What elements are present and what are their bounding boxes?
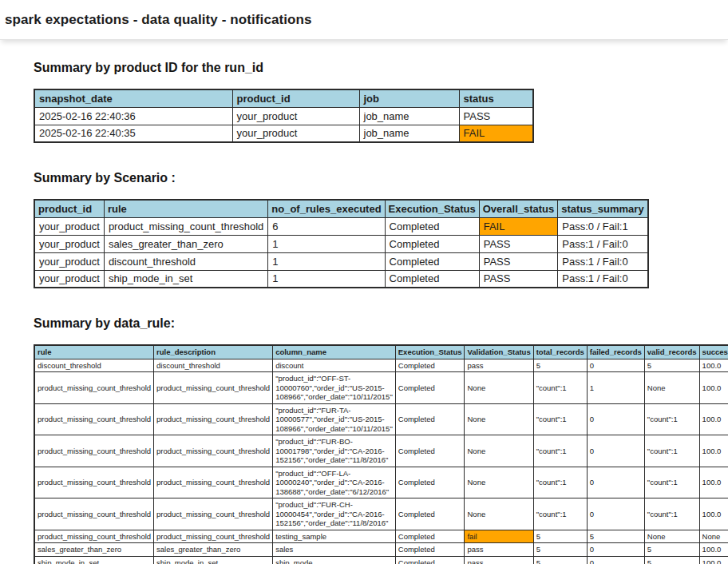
column-header: rule xyxy=(34,345,154,359)
table-cell: product_missing_count_threshold xyxy=(154,372,273,404)
table-cell: sales_greater_than_zero xyxy=(34,543,154,557)
table-cell: "product_id":"OFF-ST-10000760","order_id… xyxy=(273,372,396,404)
data-rule-summary-heading: Summary by data_rule: xyxy=(34,316,728,331)
table-cell: FAIL xyxy=(479,217,558,235)
table-cell: product_missing_count_threshold xyxy=(154,498,273,530)
table-cell: testing_sample xyxy=(273,530,396,543)
table-cell: 0 xyxy=(587,543,644,557)
table-cell: PASS xyxy=(479,252,558,270)
content: Summary by product ID for the run_id sna… xyxy=(0,40,728,564)
table-cell: Completed xyxy=(395,403,465,435)
column-header: Overall_status xyxy=(479,200,558,217)
table-cell: Completed xyxy=(395,372,465,404)
table-cell: 5 xyxy=(533,359,587,372)
column-header: product_id xyxy=(232,89,359,107)
table-cell: 5 xyxy=(533,530,587,543)
column-header: rule xyxy=(104,200,267,217)
table-cell: "count":1 xyxy=(533,467,587,498)
table-cell: 5 xyxy=(533,543,587,557)
table-row: your_productproduct_missing_count_thresh… xyxy=(34,217,648,235)
scenario-summary-heading: Summary by Scenario : xyxy=(34,170,728,185)
table-cell: FAIL xyxy=(459,125,533,142)
table-cell: None xyxy=(644,530,699,543)
column-header: status_summary xyxy=(558,200,648,217)
table-cell: product_missing_count_threshold xyxy=(154,530,273,543)
table-row: 2025-02-16 22:40:35your_productjob_nameF… xyxy=(34,125,533,142)
section-product-id-summary: Summary by product ID for the run_id sna… xyxy=(34,60,728,143)
table-cell: None xyxy=(699,530,728,543)
table-cell: None xyxy=(465,435,533,467)
table-cell: Pass:1 / Fail:0 xyxy=(558,235,648,252)
section-data-rule-summary: Summary by data_rule: rulerule_descripti… xyxy=(34,316,728,564)
table-cell: sales_greater_than_zero xyxy=(104,235,267,252)
table-cell: Completed xyxy=(385,270,479,288)
table-row: your_productship_mode_in_set1CompletedPA… xyxy=(34,270,648,288)
product-id-summary-heading: Summary by product ID for the run_id xyxy=(34,60,728,75)
table-cell: Completed xyxy=(395,359,465,372)
table-cell: None xyxy=(465,467,533,498)
table-cell: "count":1 xyxy=(533,403,587,435)
table-row: product_missing_count_thresholdproduct_m… xyxy=(34,372,728,404)
table-cell: Completed xyxy=(395,530,465,543)
table-cell: 100.0 xyxy=(699,372,728,404)
table-cell: 1 xyxy=(268,252,385,270)
table-cell: pass xyxy=(465,556,533,564)
table-cell: "product_id":"OFF-LA-10000240","order_id… xyxy=(273,467,396,498)
table-cell: 2025-02-16 22:40:36 xyxy=(34,107,232,125)
table-cell: "product_id":"FUR-CH-10000454","order_id… xyxy=(273,498,396,530)
table-header-row: product_idruleno_of_rules_executedExecut… xyxy=(34,200,648,217)
table-cell: None xyxy=(644,372,699,404)
table-cell: 5 xyxy=(644,556,699,564)
table-row: product_missing_count_thresholdproduct_m… xyxy=(34,435,728,467)
table-cell: your_product xyxy=(34,270,104,288)
table-row: product_missing_count_thresholdproduct_m… xyxy=(34,498,728,530)
table-cell: product_missing_count_threshold xyxy=(34,467,154,498)
product-id-summary-table: snapshot_dateproduct_idjobstatus2025-02-… xyxy=(34,89,534,143)
table-cell: 5 xyxy=(644,359,699,372)
table-cell: discount xyxy=(273,359,396,372)
table-header-row: snapshot_dateproduct_idjobstatus xyxy=(34,89,533,107)
scenario-summary-table: product_idruleno_of_rules_executedExecut… xyxy=(34,199,649,288)
table-cell: Completed xyxy=(385,252,479,270)
table-cell: fail xyxy=(465,530,533,543)
table-cell: 0 xyxy=(587,467,644,498)
table-row: discount_thresholddiscount_thresholddisc… xyxy=(34,359,728,372)
app-header: spark expectations - data quality - noti… xyxy=(0,0,728,40)
column-header: valid_records xyxy=(644,345,699,359)
column-header: rule_description xyxy=(154,345,273,359)
table-cell: PASS xyxy=(479,270,558,288)
column-header: no_of_rules_executed xyxy=(268,200,385,217)
table-cell: product_missing_count_threshold xyxy=(154,467,273,498)
table-cell: "count":1 xyxy=(533,372,587,404)
table-cell: "product_id":"FUR-BO-10001798","order_id… xyxy=(273,435,396,467)
table-cell: None xyxy=(465,372,533,404)
table-cell: PASS xyxy=(459,107,533,125)
table-cell: your_product xyxy=(232,125,359,142)
table-cell: job_name xyxy=(359,107,459,125)
table-row: product_missing_count_thresholdproduct_m… xyxy=(34,467,728,498)
table-row: product_missing_count_thresholdproduct_m… xyxy=(34,530,728,543)
page: { "header": { "title": "spark expectatio… xyxy=(0,0,728,564)
column-header: total_records xyxy=(533,345,587,359)
table-cell: 0 xyxy=(587,556,644,564)
table-cell: 1 xyxy=(268,235,385,252)
table-cell: discount_threshold xyxy=(34,359,154,372)
table-cell: discount_threshold xyxy=(154,359,273,372)
table-cell: Completed xyxy=(395,498,465,530)
table-cell: 6 xyxy=(268,217,385,235)
table-cell: product_missing_count_threshold xyxy=(154,435,273,467)
table-cell: 5 xyxy=(644,543,699,557)
table-cell: product_missing_count_threshold xyxy=(34,530,154,543)
table-cell: product_missing_count_threshold xyxy=(104,217,267,235)
table-cell: 100.0 xyxy=(699,359,728,372)
table-cell: product_missing_count_threshold xyxy=(34,435,154,467)
table-cell: "product_id":"FUR-TA-10000577","order_id… xyxy=(273,403,396,435)
table-cell: ship_mode xyxy=(273,556,396,564)
table-cell: 100.0 xyxy=(699,435,728,467)
table-cell: pass xyxy=(465,543,533,557)
table-cell: "count":1 xyxy=(644,467,699,498)
table-cell: Pass:0 / Fail:1 xyxy=(558,217,648,235)
table-cell: your_product xyxy=(34,217,104,235)
table-cell: 5 xyxy=(533,556,587,564)
table-cell: job_name xyxy=(359,125,459,142)
